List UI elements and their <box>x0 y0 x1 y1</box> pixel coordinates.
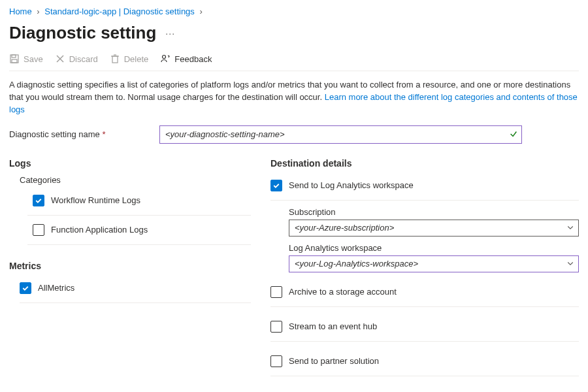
discard-button[interactable]: Discard <box>55 54 98 64</box>
stream-checkbox[interactable] <box>270 321 282 333</box>
divider <box>270 200 579 201</box>
stream-label: Stream to an event hub <box>289 321 377 331</box>
function-app-label: Function Application Logs <box>51 225 148 235</box>
workspace-select[interactable]: <your-Log-Analytics-workspace> <box>289 255 579 272</box>
divider <box>20 302 251 303</box>
save-icon <box>9 54 20 64</box>
chevron-right-icon: › <box>37 7 39 16</box>
save-button[interactable]: Save <box>9 54 43 64</box>
workspace-label: Log Analytics workspace <box>289 243 579 253</box>
log-analytics-checkbox[interactable] <box>270 180 282 191</box>
archive-label: Archive to a storage account <box>289 287 397 297</box>
subscription-label: Subscription <box>289 207 579 217</box>
feedback-icon <box>160 54 171 64</box>
metrics-heading: Metrics <box>9 261 251 271</box>
intro-text: A diagnostic setting specifies a list of… <box>9 79 579 116</box>
name-label: Diagnostic setting name * <box>9 129 159 139</box>
allmetrics-checkbox[interactable] <box>20 282 31 294</box>
divider <box>270 341 579 342</box>
diagnostic-name-input[interactable] <box>159 125 522 144</box>
chevron-right-icon: › <box>199 7 202 16</box>
breadcrumb: Home › Standard-logic-app | Diagnostic s… <box>9 7 579 16</box>
allmetrics-label: AllMetrics <box>38 283 74 293</box>
feedback-label: Feedback <box>174 54 212 64</box>
save-label: Save <box>24 54 43 64</box>
breadcrumb-home[interactable]: Home <box>9 7 32 16</box>
divider <box>27 215 251 216</box>
page-title: Diagnostic setting <box>9 23 156 43</box>
chevron-down-icon <box>566 259 574 269</box>
partner-checkbox[interactable] <box>270 355 282 367</box>
delete-button[interactable]: Delete <box>110 54 149 64</box>
svg-rect-5 <box>112 56 118 63</box>
trash-icon <box>110 54 120 64</box>
partner-label: Send to partner solution <box>289 356 379 366</box>
log-analytics-label: Send to Log Analytics workspace <box>289 180 414 190</box>
chevron-down-icon <box>566 223 574 233</box>
subscription-value: <your-Azure-subscription> <box>295 223 394 233</box>
required-asterisk: * <box>102 129 105 139</box>
workflow-runtime-checkbox[interactable] <box>33 195 44 206</box>
check-icon <box>509 129 518 140</box>
workflow-runtime-label: Workflow Runtime Logs <box>51 195 140 205</box>
discard-label: Discard <box>69 54 98 64</box>
function-app-checkbox[interactable] <box>33 224 44 236</box>
workspace-value: <your-Log-Analytics-workspace> <box>295 259 418 269</box>
toolbar: Save Discard Delete Feedback <box>9 54 579 71</box>
svg-rect-2 <box>12 59 17 63</box>
delete-label: Delete <box>124 54 149 64</box>
breadcrumb-app[interactable]: Standard-logic-app | Diagnostic settings <box>44 7 195 16</box>
divider <box>27 244 251 245</box>
subscription-select[interactable]: <your-Azure-subscription> <box>289 220 579 237</box>
more-menu[interactable]: ··· <box>165 28 175 39</box>
svg-rect-1 <box>12 55 16 57</box>
feedback-button[interactable]: Feedback <box>160 54 212 64</box>
destination-heading: Destination details <box>270 158 579 169</box>
close-icon <box>55 54 65 64</box>
archive-checkbox[interactable] <box>270 286 282 298</box>
svg-point-8 <box>163 56 166 59</box>
divider <box>270 376 579 376</box>
logs-heading: Logs <box>9 158 251 169</box>
divider <box>270 306 579 307</box>
categories-label: Categories <box>9 175 251 185</box>
